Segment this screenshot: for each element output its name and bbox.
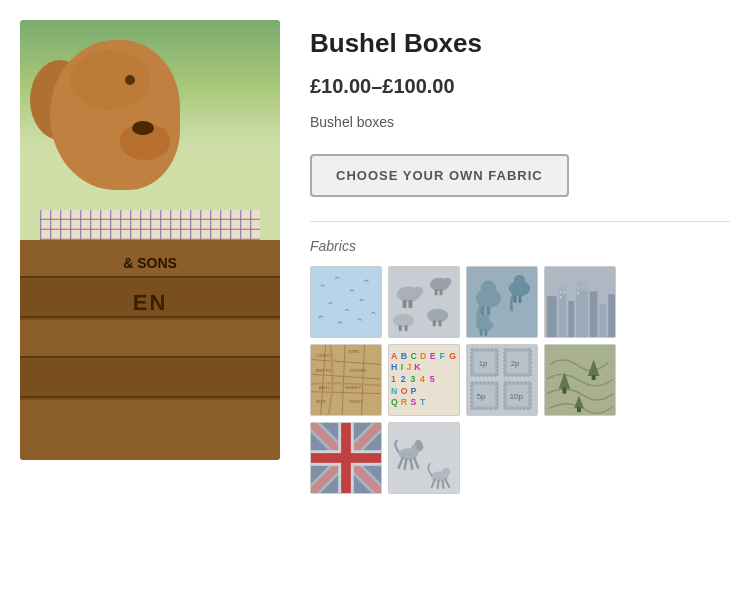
fabric-swatch-elephants[interactable] — [466, 266, 538, 338]
choose-fabric-button[interactable]: CHOOSE YOUR OWN FABRIC — [310, 154, 569, 197]
svg-rect-24 — [519, 295, 522, 303]
svg-point-18 — [481, 281, 497, 297]
svg-text:KENT: KENT — [316, 399, 327, 404]
svg-rect-3 — [403, 300, 407, 308]
svg-text:R: R — [401, 397, 408, 407]
svg-text:Q: Q — [391, 397, 398, 407]
svg-text:YORK: YORK — [348, 349, 359, 354]
svg-point-10 — [393, 314, 414, 328]
crate-text-bottom: EN — [20, 290, 280, 316]
svg-rect-11 — [399, 325, 402, 331]
product-image: & SONS EN — [20, 20, 280, 460]
fabric-swatch-sheep[interactable] — [388, 266, 460, 338]
svg-text:P: P — [410, 386, 416, 396]
svg-rect-36 — [608, 294, 615, 337]
svg-rect-42 — [577, 292, 579, 294]
fabric-swatch-city[interactable] — [544, 266, 616, 338]
svg-rect-19 — [481, 306, 485, 316]
product-price: £10.00–£100.00 — [310, 75, 730, 98]
svg-rect-28 — [485, 329, 488, 336]
svg-text:D: D — [420, 351, 426, 361]
svg-rect-39 — [560, 296, 562, 298]
svg-line-124 — [442, 480, 443, 488]
svg-text:3: 3 — [410, 374, 415, 384]
svg-text:S: S — [410, 397, 416, 407]
svg-text:OXFORD: OXFORD — [350, 368, 367, 373]
svg-text:K: K — [414, 362, 421, 372]
fabric-swatch-map[interactable]: LONDON YORK BRISTOL OXFORD BATH SURREY K… — [310, 344, 382, 416]
svg-text:SURREY: SURREY — [345, 385, 362, 390]
svg-rect-112 — [389, 423, 459, 493]
svg-text:G: G — [449, 351, 456, 361]
svg-text:4: 4 — [420, 374, 425, 384]
svg-point-26 — [480, 315, 490, 325]
svg-rect-0 — [311, 267, 381, 337]
svg-text:J: J — [407, 362, 412, 372]
fabrics-section-label: Fabrics — [310, 238, 730, 254]
fabric-swatch-woodland[interactable] — [544, 344, 616, 416]
svg-rect-35 — [599, 304, 606, 337]
svg-rect-12 — [405, 325, 408, 331]
svg-point-121 — [442, 468, 450, 476]
svg-rect-27 — [480, 329, 483, 336]
svg-text:10p: 10p — [510, 392, 523, 401]
svg-text:F: F — [440, 351, 446, 361]
svg-text:2p: 2p — [511, 359, 520, 368]
svg-text:5p: 5p — [477, 392, 486, 401]
svg-rect-102 — [577, 407, 581, 412]
svg-text:O: O — [401, 386, 408, 396]
svg-text:I: I — [401, 362, 403, 372]
svg-rect-38 — [563, 291, 565, 293]
product-title: Bushel Boxes — [310, 28, 730, 59]
product-description: Bushel boxes — [310, 114, 730, 130]
svg-rect-34 — [590, 291, 598, 337]
svg-point-9 — [443, 278, 451, 286]
svg-rect-43 — [545, 267, 615, 291]
svg-rect-100 — [592, 375, 596, 380]
product-details: Bushel Boxes £10.00–£100.00 Bushel boxes… — [310, 20, 730, 494]
svg-rect-4 — [408, 300, 412, 308]
crate-text-top: & SONS — [20, 255, 280, 271]
fabric-swatch-alphabet[interactable]: A B C D E F G H I J K 1 2 3 4 5 N — [388, 344, 460, 416]
svg-text:E: E — [430, 351, 436, 361]
svg-rect-23 — [514, 295, 517, 303]
svg-text:N: N — [391, 386, 397, 396]
svg-text:H: H — [391, 362, 397, 372]
svg-point-5 — [413, 286, 423, 296]
svg-rect-32 — [568, 301, 574, 337]
svg-point-22 — [514, 275, 526, 287]
svg-text:BATH: BATH — [319, 385, 329, 390]
svg-text:A: A — [391, 351, 398, 361]
fabrics-grid: LONDON YORK BRISTOL OXFORD BATH SURREY K… — [310, 266, 730, 494]
fabric-swatch-stamps[interactable]: 1p 2p 5p 10p — [466, 344, 538, 416]
svg-text:T: T — [420, 397, 426, 407]
svg-point-13 — [427, 309, 448, 323]
fabric-swatch-union-jack[interactable] — [310, 422, 382, 494]
svg-rect-30 — [547, 296, 557, 337]
svg-text:1: 1 — [391, 374, 396, 384]
svg-text:B: B — [401, 351, 407, 361]
svg-rect-98 — [563, 388, 567, 394]
svg-rect-37 — [560, 291, 562, 293]
svg-text:BRISTOL: BRISTOL — [316, 368, 333, 373]
fabric-swatch-dogs[interactable] — [388, 422, 460, 494]
svg-text:2: 2 — [401, 374, 406, 384]
svg-rect-111 — [341, 423, 351, 493]
product-container: & SONS EN Bushel Boxes £10.00–£100.00 Bu… — [20, 20, 730, 494]
svg-text:5: 5 — [430, 374, 435, 384]
svg-rect-15 — [439, 320, 442, 326]
svg-rect-14 — [433, 320, 436, 326]
svg-text:LONDON: LONDON — [316, 353, 333, 358]
fabric-swatch-birds[interactable] — [310, 266, 382, 338]
svg-rect-8 — [440, 289, 443, 295]
dog-head — [50, 40, 180, 190]
svg-line-123 — [438, 480, 439, 488]
svg-rect-31 — [559, 286, 567, 337]
svg-rect-20 — [486, 306, 490, 316]
crate-decoration: & SONS EN — [20, 240, 280, 460]
svg-rect-7 — [435, 289, 438, 295]
section-divider — [310, 221, 730, 222]
svg-text:C: C — [410, 351, 417, 361]
svg-text:1p: 1p — [479, 359, 488, 368]
svg-text:ESSEX: ESSEX — [350, 399, 363, 404]
